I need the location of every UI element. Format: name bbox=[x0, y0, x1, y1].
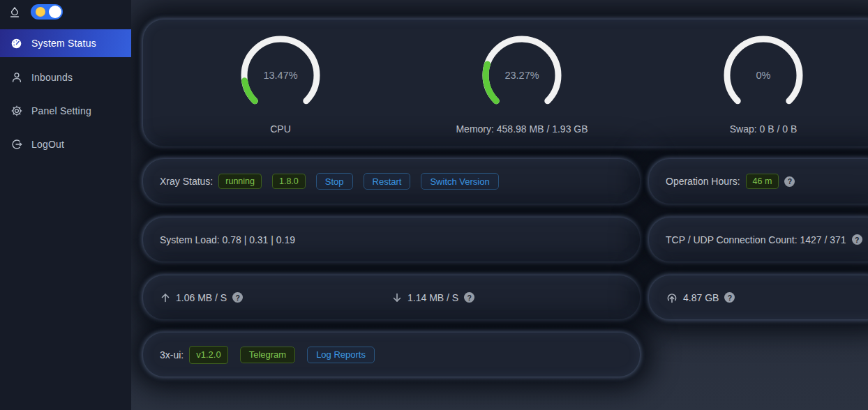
log-reports-button[interactable]: Log Reports bbox=[307, 347, 375, 363]
sidebar: System Status Inbounds Panel Setting bbox=[0, 0, 131, 410]
system-load-card: System Load: 0.78 | 0.31 | 0.19 bbox=[143, 218, 640, 261]
gear-icon bbox=[10, 105, 22, 116]
xray-version-tag: 1.8.0 bbox=[272, 174, 306, 189]
operation-hours-help-icon[interactable]: ? bbox=[784, 176, 795, 187]
swap-label: Swap: 0 B / 0 B bbox=[730, 123, 798, 135]
dashboard-icon bbox=[10, 38, 22, 50]
upload-arrow-icon bbox=[160, 292, 171, 303]
cpu-percent: 13.47% bbox=[263, 70, 297, 81]
download-speed: 1.14 MB / S ? bbox=[391, 292, 623, 303]
cpu-gauge: 13.47% CPU bbox=[160, 33, 401, 146]
main-content: 13.47% CPU 23.27% Memory: 458.98 MB / 1.… bbox=[131, 0, 868, 410]
system-load-text: System Load: 0.78 | 0.31 | 0.19 bbox=[160, 234, 295, 245]
toggle-knob bbox=[49, 6, 61, 18]
sidebar-header bbox=[0, 0, 131, 24]
sidebar-item-panel-setting[interactable]: Panel Setting bbox=[0, 97, 131, 125]
app-label: 3x-ui: bbox=[160, 349, 184, 360]
sidebar-item-label: Panel Setting bbox=[31, 105, 91, 116]
switch-version-button[interactable]: Switch Version bbox=[421, 173, 498, 190]
total-traffic-card: 4.87 GB ? bbox=[649, 275, 868, 319]
xray-running-tag: running bbox=[218, 174, 262, 189]
operation-hours-tag: 46 m bbox=[746, 174, 779, 189]
download-speed-text: 1.14 MB / S bbox=[407, 292, 458, 303]
app-version-tag: v1.2.0 bbox=[189, 346, 227, 364]
dark-mode-toggle[interactable] bbox=[31, 4, 63, 20]
connections-card: TCP / UDP Connection Count: 1427 / 371 ? bbox=[649, 218, 868, 261]
swap-percent: 0% bbox=[756, 70, 771, 81]
operation-hours-label: Operation Hours: bbox=[666, 176, 740, 187]
operation-hours-card: Operation Hours: 46 m ? bbox=[649, 159, 868, 204]
sidebar-item-inbounds[interactable]: Inbounds bbox=[0, 63, 131, 91]
download-arrow-icon bbox=[391, 292, 403, 303]
upload-speed: 1.06 MB / S ? bbox=[160, 292, 391, 303]
cpu-label: CPU bbox=[270, 123, 291, 135]
restart-button[interactable]: Restart bbox=[364, 173, 411, 190]
user-icon bbox=[10, 72, 22, 83]
stop-button[interactable]: Stop bbox=[316, 173, 353, 190]
memory-gauge: 23.27% Memory: 458.98 MB / 1.93 GB bbox=[401, 33, 643, 146]
xray-status-card: Xray Status: running 1.8.0 Stop Restart … bbox=[143, 159, 640, 204]
download-help-icon[interactable]: ? bbox=[464, 292, 474, 303]
xray-status-label: Xray Status: bbox=[160, 176, 213, 187]
system-gauges-card: 13.47% CPU 23.27% Memory: 458.98 MB / 1.… bbox=[143, 20, 868, 146]
swap-gauge: 0% Swap: 0 B / 0 B bbox=[643, 33, 868, 146]
app-info-card: 3x-ui: v1.2.0 Telegram Log Reports bbox=[143, 333, 640, 377]
connections-help-icon[interactable]: ? bbox=[852, 234, 862, 245]
sidebar-item-system-status[interactable]: System Status bbox=[0, 29, 131, 57]
sun-icon bbox=[36, 7, 45, 17]
upload-help-icon[interactable]: ? bbox=[232, 292, 243, 303]
traffic-help-icon[interactable]: ? bbox=[724, 292, 735, 303]
cloud-upload-icon bbox=[666, 291, 678, 304]
memory-label: Memory: 458.98 MB / 1.93 GB bbox=[456, 123, 588, 135]
theme-color-icon[interactable] bbox=[9, 6, 20, 17]
logout-icon bbox=[10, 139, 22, 150]
sidebar-item-label: System Status bbox=[31, 38, 96, 49]
sidebar-item-logout[interactable]: LogOut bbox=[0, 130, 131, 158]
connections-text: TCP / UDP Connection Count: 1427 / 371 bbox=[666, 234, 846, 245]
upload-speed-text: 1.06 MB / S bbox=[176, 292, 227, 303]
sidebar-item-label: Inbounds bbox=[31, 72, 73, 83]
telegram-button[interactable]: Telegram bbox=[240, 347, 295, 363]
total-traffic-text: 4.87 GB bbox=[683, 292, 719, 303]
memory-percent: 23.27% bbox=[504, 70, 539, 81]
sidebar-item-label: LogOut bbox=[31, 139, 64, 150]
network-speed-card: 1.06 MB / S ? 1.14 MB / S ? bbox=[143, 275, 640, 319]
